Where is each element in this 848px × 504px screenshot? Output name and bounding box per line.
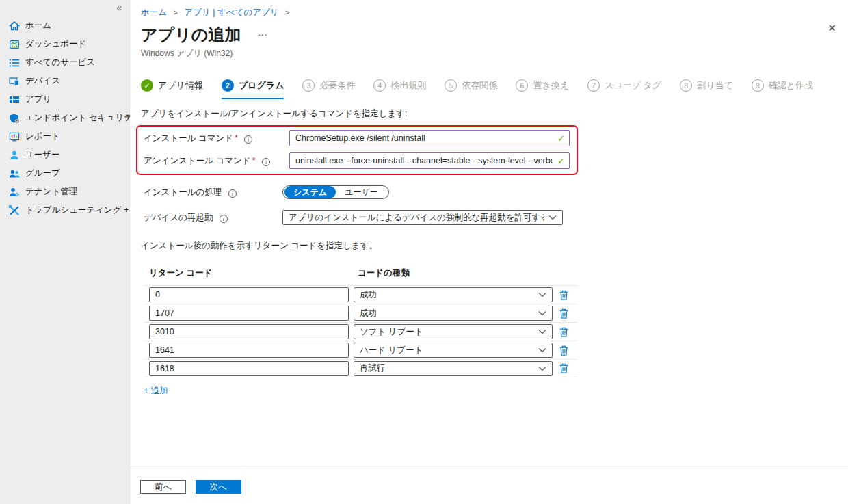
return-code-input[interactable] <box>149 306 349 321</box>
sidebar-item-label: グループ <box>25 168 60 179</box>
info-icon[interactable]: i <box>228 189 237 198</box>
sidebar-item-label: テナント管理 <box>25 186 77 198</box>
sidebar-item-label: ユーザー <box>25 149 60 161</box>
previous-button[interactable]: 前へ <box>140 480 186 494</box>
wizard-step-detection-rules[interactable]: 4 検出規則 <box>373 79 426 99</box>
sidebar-item-label: レポート <box>25 131 60 142</box>
return-code-input[interactable] <box>149 361 349 376</box>
add-return-code-link[interactable]: + 追加 <box>144 385 168 397</box>
sidebar-collapse-icon[interactable]: « <box>116 2 122 13</box>
wizard-step-requirements[interactable]: 3 必要条件 <box>302 79 355 99</box>
delete-row-trash-icon[interactable] <box>558 289 570 301</box>
return-codes-header: リターン コード コードの種類 <box>144 267 578 285</box>
sidebar-item-tenant-admin[interactable]: テナント管理 <box>0 183 129 201</box>
wizard-step-assignments[interactable]: 8 割り当て <box>680 79 733 99</box>
dashboard-icon <box>9 39 20 50</box>
step-number: 9 <box>752 79 764 92</box>
step-completed-check-icon: ✓ <box>141 79 153 92</box>
device-restart-row: デバイスの再起動 i アプリのインストールによるデバイスの強制的な再起動を許可す… <box>144 209 848 226</box>
info-icon[interactable]: i <box>244 135 252 144</box>
sidebar-item-endpoint-security[interactable]: エンドポイント セキュリティ <box>0 109 129 127</box>
return-code-input[interactable] <box>149 324 349 339</box>
context-menu-ellipsis-icon[interactable]: … <box>257 26 267 38</box>
sidebar-item-label: ダッシュボード <box>25 38 86 50</box>
wizard-step-scope-tags[interactable]: 7 スコープ タグ <box>587 79 661 99</box>
install-behavior-row: インストールの処理 i システム ユーザー <box>144 184 848 200</box>
sidebar-item-home[interactable]: ホーム <box>0 16 129 35</box>
return-code-column-header: リターン コード <box>149 267 352 279</box>
sidebar-item-dashboard[interactable]: ダッシュボード <box>0 35 129 53</box>
apps-icon <box>9 94 20 105</box>
uninstall-command-label: アンインストール コマンド* i <box>144 155 289 167</box>
wizard-steps: ✓ アプリ情報 2 プログラム 3 必要条件 4 検出規則 5 依存関係 6 置… <box>141 79 848 99</box>
toggle-option-user[interactable]: ユーザー <box>336 186 387 198</box>
sidebar-item-apps[interactable]: アプリ <box>0 90 129 109</box>
delete-row-trash-icon[interactable] <box>558 362 570 374</box>
delete-row-trash-icon[interactable] <box>558 345 570 356</box>
sidebar-nav: ホーム ダッシュボード すべてのサービス デバイス アプリ エンドポイント セキ <box>0 0 129 220</box>
toggle-option-system[interactable]: システム <box>284 186 336 198</box>
code-type-column-header: コードの種類 <box>358 267 410 279</box>
breadcrumb-all-apps-link[interactable]: アプリ | すべてのアプリ <box>185 8 279 17</box>
chevron-down-icon <box>538 366 546 371</box>
breadcrumb-separator: > <box>174 8 178 16</box>
sidebar-item-all-services[interactable]: すべてのサービス <box>0 53 129 72</box>
device-restart-select[interactable]: アプリのインストールによるデバイスの強制的な再起動を許可する <box>282 210 563 225</box>
sidebar-item-troubleshooting[interactable]: トラブルシューティング + サポート <box>0 201 129 220</box>
troubleshooting-icon <box>9 205 20 216</box>
sidebar-item-devices[interactable]: デバイス <box>0 72 129 90</box>
delete-row-trash-icon[interactable] <box>558 308 570 319</box>
device-restart-label: デバイスの再起動 i <box>144 212 282 224</box>
uninstall-command-input[interactable] <box>289 152 570 169</box>
wizard-step-program[interactable]: 2 プログラム <box>222 79 284 99</box>
delete-row-trash-icon[interactable] <box>558 326 570 338</box>
devices-icon <box>9 76 20 87</box>
code-type-select[interactable]: 成功 <box>354 306 553 321</box>
chevron-down-icon <box>538 292 546 297</box>
reports-icon <box>9 131 20 142</box>
step-number: 5 <box>445 79 457 92</box>
required-asterisk: * <box>235 133 238 143</box>
step-number: 6 <box>516 79 528 92</box>
users-icon <box>9 150 20 161</box>
install-command-input[interactable] <box>289 130 570 146</box>
sidebar-item-groups[interactable]: グループ <box>0 164 129 183</box>
return-code-row: 成功 <box>144 304 578 322</box>
step-number: 7 <box>587 79 600 92</box>
wizard-step-supersedence[interactable]: 6 置き換え <box>516 79 569 99</box>
endpoint-security-icon <box>9 113 20 124</box>
install-behavior-toggle: システム ユーザー <box>282 185 389 199</box>
chevron-down-icon <box>538 310 546 316</box>
chevron-down-icon <box>538 347 546 353</box>
chevron-down-icon <box>538 329 546 334</box>
wizard-step-app-info[interactable]: ✓ アプリ情報 <box>141 79 203 99</box>
tenant-admin-icon <box>9 187 20 198</box>
step-number: 2 <box>222 79 234 92</box>
sidebar: « ホーム ダッシュボード すべてのサービス デバイス アプリ <box>0 0 130 504</box>
intune-admin-page: « ホーム ダッシュボード すべてのサービス デバイス アプリ <box>0 0 848 504</box>
return-code-input[interactable] <box>149 343 349 358</box>
code-type-select[interactable]: ソフト リブート <box>354 324 553 339</box>
close-icon[interactable]: × <box>828 21 836 34</box>
breadcrumb-separator: > <box>285 8 289 16</box>
wizard-step-review-create[interactable]: 9 確認と作成 <box>752 79 813 99</box>
return-code-input[interactable] <box>149 287 349 302</box>
sidebar-item-users[interactable]: ユーザー <box>0 146 129 164</box>
info-icon[interactable]: i <box>220 215 228 223</box>
sidebar-item-label: ホーム <box>25 20 51 31</box>
step-number: 3 <box>302 79 315 92</box>
breadcrumb-home-link[interactable]: ホーム <box>141 8 167 17</box>
page-subtitle: Windows アプリ (Win32) <box>130 46 848 59</box>
sidebar-item-reports[interactable]: レポート <box>0 127 129 146</box>
next-button[interactable]: 次へ <box>196 480 241 494</box>
page-title: アプリの追加 <box>141 24 241 46</box>
info-icon[interactable]: i <box>262 158 270 166</box>
return-code-row: 再試行 <box>144 359 578 377</box>
annotation-highlight-box: インストール コマンド* i ✓ アンインストール コマンド* i ✓ <box>136 125 578 175</box>
wizard-step-dependencies[interactable]: 5 依存関係 <box>445 79 497 99</box>
required-asterisk: * <box>252 156 256 165</box>
code-type-select[interactable]: 再試行 <box>354 361 553 376</box>
code-type-select[interactable]: 成功 <box>354 287 553 302</box>
commands-intro-text: アプリをインストール/アンインストールするコマンドを指定します: <box>141 108 848 120</box>
code-type-select[interactable]: ハード リブート <box>354 343 553 358</box>
